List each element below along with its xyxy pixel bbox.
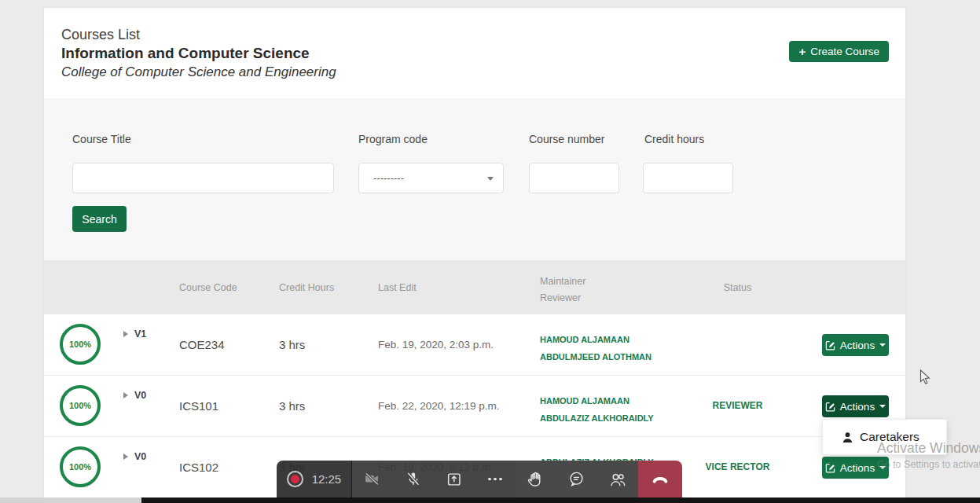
share-screen-icon	[446, 471, 463, 488]
chat-icon	[567, 470, 585, 488]
course-number-input[interactable]	[529, 163, 619, 193]
plus-icon: +	[798, 45, 806, 58]
search-button[interactable]: Search	[72, 206, 127, 232]
reviewer-name: ABDULMJEED ALOTHMAN	[540, 348, 651, 365]
progress-ring: 100%	[60, 385, 101, 426]
chevron-down-icon	[879, 343, 886, 347]
version-label: V1	[134, 329, 146, 340]
share-screen-button[interactable]	[434, 461, 475, 497]
mouse-cursor	[919, 369, 931, 389]
call-timer: 12:25	[312, 472, 342, 486]
maintainer-name: HAMOUD ALJAMAAN	[540, 392, 654, 409]
call-control-bar: 12:25	[277, 461, 682, 497]
chat-button[interactable]	[556, 461, 597, 497]
chevron-right-icon	[123, 331, 128, 337]
raise-hand-icon	[527, 470, 545, 488]
table-row-coe234: 100% V1 COE234 3 hrs Feb. 19, 2020, 2:03…	[44, 314, 905, 376]
participants-icon	[608, 470, 627, 489]
course-code: ICS102	[179, 461, 218, 474]
edit-icon	[825, 463, 835, 473]
actions-button[interactable]: Actions	[822, 457, 889, 479]
raise-hand-button[interactable]	[516, 461, 556, 497]
status-badge: VICE RECTOR	[677, 461, 798, 472]
chevron-down-icon	[879, 466, 886, 469]
create-course-label: Create Course	[810, 46, 879, 57]
actions-button-open[interactable]: Actions	[822, 395, 889, 417]
recording-segment: 12:25	[277, 461, 352, 497]
chevron-down-icon	[487, 177, 494, 181]
end-call-icon	[650, 471, 670, 488]
last-edit: Feb. 19, 2020, 2:03 p.m.	[378, 339, 494, 351]
th-credit-hours: Credit Hours	[279, 282, 334, 293]
course-title-input[interactable]	[72, 163, 334, 193]
status-badge: REVIEWER	[677, 400, 798, 411]
camera-off-button[interactable]	[352, 461, 393, 497]
taskbar-edge	[141, 497, 980, 503]
edit-icon	[825, 340, 835, 351]
course-code: ICS101	[179, 399, 218, 413]
progress-value: 100%	[69, 462, 91, 472]
reviewer-name: ABDULAZIZ ALKHORAIDLY	[540, 409, 654, 427]
chevron-right-icon	[123, 453, 128, 460]
maintainer-reviewer: HAMOUD ALJAMAAN ABDULMJEED ALOTHMAN	[540, 331, 651, 365]
ellipsis-icon	[488, 478, 502, 481]
credit-hours-input[interactable]	[643, 163, 733, 193]
th-reviewer: Reviewer	[540, 290, 585, 307]
participants-button[interactable]	[597, 461, 638, 497]
call-buttons-segment	[352, 461, 638, 497]
version-label: V0	[134, 451, 146, 462]
person-icon	[842, 431, 853, 443]
last-edit: Feb. 22, 2020, 12:19 p.m.	[378, 400, 500, 412]
more-options-button[interactable]	[475, 461, 516, 497]
maintainer-reviewer: HAMOUD ALJAMAAN ABDULAZIZ ALKHORAIDLY	[540, 392, 654, 427]
record-icon[interactable]	[287, 471, 303, 487]
actions-menu-item-caretakers[interactable]: Caretakers	[822, 419, 947, 455]
mic-off-icon	[404, 470, 422, 488]
credit-hours-label: Credit hours	[644, 133, 704, 145]
th-status: Status	[677, 282, 798, 293]
record-dot	[291, 475, 299, 483]
version-label: V0	[134, 390, 146, 401]
table-row-ics101: 100% V0 ICS101 3 hrs Feb. 22, 2020, 12:1…	[44, 376, 905, 437]
progress-ring: 100%	[60, 446, 101, 487]
menu-item-label: Caretakers	[860, 430, 919, 444]
maintainer-name: HAMOUD ALJAMAAN	[540, 331, 651, 348]
course-code: COE234	[179, 338, 225, 351]
end-call-button[interactable]	[638, 461, 682, 497]
page-subtitle: College of Computer Science and Engineer…	[61, 64, 336, 80]
version-expand-toggle[interactable]: V0	[123, 390, 146, 401]
course-number-label: Course number	[529, 133, 605, 145]
th-last-edit: Last Edit	[378, 282, 417, 293]
bottom-edge-strip	[0, 497, 141, 503]
th-maintainer: Maintainer	[540, 274, 585, 290]
filter-section: Course Title Program code Course number …	[44, 98, 905, 260]
actions-button[interactable]: Actions	[822, 334, 889, 356]
credit-hours: 3 hrs	[279, 338, 305, 351]
program-code-label: Program code	[358, 133, 428, 145]
program-code-select[interactable]: ---------	[358, 163, 504, 193]
page-title: Information and Computer Science	[61, 45, 310, 62]
actions-label: Actions	[840, 401, 875, 413]
table-header: Course Code Credit Hours Last Edit Maint…	[44, 260, 905, 314]
version-expand-toggle[interactable]: V0	[123, 451, 146, 462]
actions-label: Actions	[840, 340, 875, 351]
chevron-down-icon	[879, 405, 886, 408]
th-maintainer-reviewer: Maintainer Reviewer	[540, 274, 585, 307]
card-header: Courses List Information and Computer Sc…	[44, 8, 905, 98]
credit-hours: 3 hrs	[279, 399, 305, 413]
actions-label: Actions	[840, 462, 875, 474]
mic-off-button[interactable]	[393, 461, 434, 497]
chevron-right-icon	[123, 392, 128, 398]
courses-card: Courses List Information and Computer Sc…	[44, 8, 905, 503]
th-course-code: Course Code	[179, 282, 237, 293]
version-expand-toggle[interactable]: V1	[123, 329, 146, 340]
progress-ring: 100%	[60, 324, 101, 365]
progress-value: 100%	[69, 340, 91, 349]
edit-icon	[825, 402, 835, 412]
program-code-selected-value: ---------	[373, 172, 404, 184]
course-title-label: Course Title	[72, 133, 131, 145]
create-course-button[interactable]: + Create Course	[789, 41, 889, 62]
camera-off-icon	[363, 470, 381, 488]
progress-value: 100%	[69, 401, 91, 410]
breadcrumb: Courses List	[61, 27, 140, 43]
